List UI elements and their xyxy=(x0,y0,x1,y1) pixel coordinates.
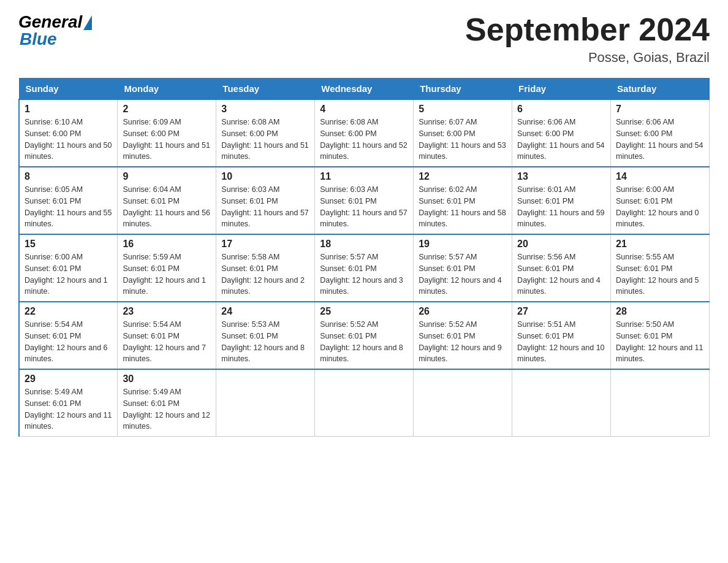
day-number: 29 xyxy=(25,373,112,385)
calendar-cell xyxy=(414,369,512,437)
day-number: 3 xyxy=(221,104,309,115)
day-info: Sunrise: 6:09 AMSunset: 6:00 PMDaylight:… xyxy=(123,117,211,163)
calendar-cell: 19Sunrise: 5:57 AMSunset: 6:01 PMDayligh… xyxy=(414,234,512,302)
calendar-cell: 22Sunrise: 5:54 AMSunset: 6:01 PMDayligh… xyxy=(19,302,118,369)
calendar-cell: 28Sunrise: 5:50 AMSunset: 6:01 PMDayligh… xyxy=(611,302,710,369)
day-info: Sunrise: 5:53 AMSunset: 6:01 PMDaylight:… xyxy=(221,319,309,365)
day-info: Sunrise: 6:07 AMSunset: 6:00 PMDaylight:… xyxy=(419,117,507,163)
day-number: 2 xyxy=(123,104,211,115)
logo-triangle-icon xyxy=(83,15,92,30)
day-number: 9 xyxy=(123,171,211,182)
calendar-header-monday: Monday xyxy=(118,79,216,100)
day-number: 23 xyxy=(123,306,211,317)
day-number: 13 xyxy=(517,171,605,182)
day-number: 12 xyxy=(419,171,507,182)
calendar-cell xyxy=(512,369,611,437)
day-number: 24 xyxy=(221,306,309,317)
day-info: Sunrise: 6:06 AMSunset: 6:00 PMDaylight:… xyxy=(616,117,704,163)
calendar-cell: 15Sunrise: 6:00 AMSunset: 6:01 PMDayligh… xyxy=(19,234,118,302)
day-number: 30 xyxy=(123,373,211,385)
day-info: Sunrise: 5:50 AMSunset: 6:01 PMDaylight:… xyxy=(616,319,704,365)
calendar-table: SundayMondayTuesdayWednesdayThursdayFrid… xyxy=(18,78,710,437)
calendar-cell xyxy=(216,369,315,437)
day-number: 20 xyxy=(517,239,605,250)
calendar-week-row-1: 1Sunrise: 6:10 AMSunset: 6:00 PMDaylight… xyxy=(19,99,710,167)
day-info: Sunrise: 5:55 AMSunset: 6:01 PMDaylight:… xyxy=(616,251,704,297)
day-info: Sunrise: 6:10 AMSunset: 6:00 PMDaylight:… xyxy=(25,117,112,163)
calendar-header-saturday: Saturday xyxy=(611,79,710,100)
day-number: 25 xyxy=(320,306,408,317)
day-info: Sunrise: 6:00 AMSunset: 6:01 PMDaylight:… xyxy=(25,251,112,297)
calendar-cell: 17Sunrise: 5:58 AMSunset: 6:01 PMDayligh… xyxy=(216,234,315,302)
calendar-cell: 29Sunrise: 5:49 AMSunset: 6:01 PMDayligh… xyxy=(19,369,118,437)
day-number: 4 xyxy=(320,104,408,115)
day-info: Sunrise: 6:00 AMSunset: 6:01 PMDaylight:… xyxy=(616,184,704,230)
calendar-cell: 5Sunrise: 6:07 AMSunset: 6:00 PMDaylight… xyxy=(414,99,512,167)
day-info: Sunrise: 6:05 AMSunset: 6:01 PMDaylight:… xyxy=(25,184,112,230)
calendar-cell: 8Sunrise: 6:05 AMSunset: 6:01 PMDaylight… xyxy=(19,167,118,234)
calendar-cell: 14Sunrise: 6:00 AMSunset: 6:01 PMDayligh… xyxy=(611,167,710,234)
day-info: Sunrise: 5:57 AMSunset: 6:01 PMDaylight:… xyxy=(419,251,507,297)
calendar-week-row-4: 22Sunrise: 5:54 AMSunset: 6:01 PMDayligh… xyxy=(19,302,710,369)
header: General Blue September 2024 Posse, Goias… xyxy=(18,12,710,66)
day-number: 27 xyxy=(517,306,605,317)
day-info: Sunrise: 5:59 AMSunset: 6:01 PMDaylight:… xyxy=(123,251,211,297)
day-number: 28 xyxy=(616,306,704,317)
day-info: Sunrise: 5:51 AMSunset: 6:01 PMDaylight:… xyxy=(517,319,605,365)
calendar-week-row-3: 15Sunrise: 6:00 AMSunset: 6:01 PMDayligh… xyxy=(19,234,710,302)
day-info: Sunrise: 5:52 AMSunset: 6:01 PMDaylight:… xyxy=(419,319,507,365)
calendar-header-sunday: Sunday xyxy=(19,79,118,100)
day-number: 14 xyxy=(616,171,704,182)
calendar-week-row-2: 8Sunrise: 6:05 AMSunset: 6:01 PMDaylight… xyxy=(19,167,710,234)
day-number: 21 xyxy=(616,239,704,250)
day-number: 19 xyxy=(419,239,507,250)
day-info: Sunrise: 6:01 AMSunset: 6:01 PMDaylight:… xyxy=(517,184,605,230)
calendar-cell: 12Sunrise: 6:02 AMSunset: 6:01 PMDayligh… xyxy=(414,167,512,234)
day-info: Sunrise: 5:57 AMSunset: 6:01 PMDaylight:… xyxy=(320,251,408,297)
day-info: Sunrise: 5:52 AMSunset: 6:01 PMDaylight:… xyxy=(320,319,408,365)
day-info: Sunrise: 6:04 AMSunset: 6:01 PMDaylight:… xyxy=(123,184,211,230)
logo-blue-text: Blue xyxy=(20,29,57,49)
calendar-header-thursday: Thursday xyxy=(414,79,512,100)
calendar-cell: 4Sunrise: 6:08 AMSunset: 6:00 PMDaylight… xyxy=(315,99,414,167)
calendar-cell xyxy=(315,369,414,437)
calendar-cell: 16Sunrise: 5:59 AMSunset: 6:01 PMDayligh… xyxy=(118,234,216,302)
day-number: 18 xyxy=(320,239,408,250)
calendar-cell: 3Sunrise: 6:08 AMSunset: 6:00 PMDaylight… xyxy=(216,99,315,167)
calendar-cell: 27Sunrise: 5:51 AMSunset: 6:01 PMDayligh… xyxy=(512,302,611,369)
day-number: 26 xyxy=(419,306,507,317)
day-info: Sunrise: 6:08 AMSunset: 6:00 PMDaylight:… xyxy=(320,117,408,163)
calendar-header-friday: Friday xyxy=(512,79,611,100)
calendar-week-row-5: 29Sunrise: 5:49 AMSunset: 6:01 PMDayligh… xyxy=(19,369,710,437)
day-number: 7 xyxy=(616,104,704,115)
day-number: 6 xyxy=(517,104,605,115)
calendar-header-wednesday: Wednesday xyxy=(315,79,414,100)
calendar-cell: 20Sunrise: 5:56 AMSunset: 6:01 PMDayligh… xyxy=(512,234,611,302)
day-info: Sunrise: 5:54 AMSunset: 6:01 PMDaylight:… xyxy=(123,319,211,365)
day-number: 17 xyxy=(221,239,309,250)
calendar-cell: 18Sunrise: 5:57 AMSunset: 6:01 PMDayligh… xyxy=(315,234,414,302)
calendar-cell: 1Sunrise: 6:10 AMSunset: 6:00 PMDaylight… xyxy=(19,99,118,167)
logo: General Blue xyxy=(18,12,92,49)
calendar-cell: 9Sunrise: 6:04 AMSunset: 6:01 PMDaylight… xyxy=(118,167,216,234)
calendar-cell: 21Sunrise: 5:55 AMSunset: 6:01 PMDayligh… xyxy=(611,234,710,302)
day-info: Sunrise: 5:56 AMSunset: 6:01 PMDaylight:… xyxy=(517,251,605,297)
calendar-cell: 10Sunrise: 6:03 AMSunset: 6:01 PMDayligh… xyxy=(216,167,315,234)
day-info: Sunrise: 6:08 AMSunset: 6:00 PMDaylight:… xyxy=(221,117,309,163)
day-number: 1 xyxy=(25,104,112,115)
day-info: Sunrise: 6:03 AMSunset: 6:01 PMDaylight:… xyxy=(221,184,309,230)
calendar-cell: 26Sunrise: 5:52 AMSunset: 6:01 PMDayligh… xyxy=(414,302,512,369)
day-number: 15 xyxy=(25,239,112,250)
calendar-header-row: SundayMondayTuesdayWednesdayThursdayFrid… xyxy=(19,79,710,100)
day-info: Sunrise: 6:06 AMSunset: 6:00 PMDaylight:… xyxy=(517,117,605,163)
calendar-cell xyxy=(611,369,710,437)
day-info: Sunrise: 5:58 AMSunset: 6:01 PMDaylight:… xyxy=(221,251,309,297)
calendar-cell: 7Sunrise: 6:06 AMSunset: 6:00 PMDaylight… xyxy=(611,99,710,167)
calendar-header-tuesday: Tuesday xyxy=(216,79,315,100)
title-area: September 2024 Posse, Goias, Brazil xyxy=(465,12,710,66)
calendar-cell: 25Sunrise: 5:52 AMSunset: 6:01 PMDayligh… xyxy=(315,302,414,369)
calendar-cell: 6Sunrise: 6:06 AMSunset: 6:00 PMDaylight… xyxy=(512,99,611,167)
location-text: Posse, Goias, Brazil xyxy=(465,50,710,66)
day-info: Sunrise: 6:02 AMSunset: 6:01 PMDaylight:… xyxy=(419,184,507,230)
calendar-cell: 30Sunrise: 5:49 AMSunset: 6:01 PMDayligh… xyxy=(118,369,216,437)
